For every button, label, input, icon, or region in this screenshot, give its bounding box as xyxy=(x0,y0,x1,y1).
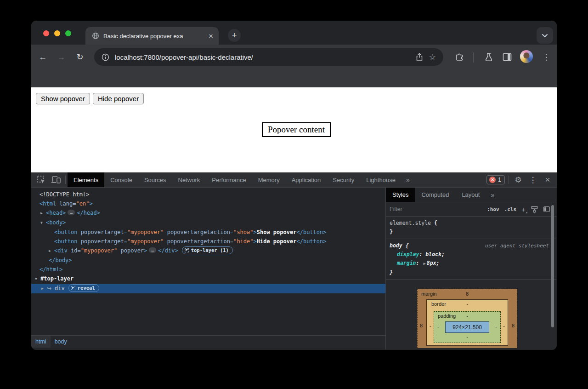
dom-tree-line[interactable]: </body> xyxy=(31,256,385,265)
dom-code-segment: > xyxy=(89,200,92,207)
styles-filter-input[interactable]: Filter xyxy=(390,206,482,212)
toggle-hover-state[interactable]: :hov xyxy=(487,206,499,212)
dom-tree-line[interactable]: ▼#top-layer xyxy=(31,274,385,284)
address-bar[interactable]: localhost:7800/popover-api/basic-declara… xyxy=(94,48,443,66)
tab-network[interactable]: Network xyxy=(172,172,206,187)
devtools-toolbar: ElementsConsoleSourcesNetworkPerformance… xyxy=(31,172,557,188)
back-button[interactable]: ← xyxy=(37,51,49,63)
dom-code-segment: "mypopover" xyxy=(81,247,117,254)
device-toolbar-icon[interactable] xyxy=(49,172,63,187)
dom-tree-line[interactable]: <html lang="en"> xyxy=(31,199,385,208)
expand-arrow-icon[interactable]: ▶ xyxy=(49,246,54,256)
box-model-padding[interactable]: padding - - - - 924×21.500 xyxy=(434,311,501,343)
page-content: Show popoverHide popover Popover content xyxy=(31,87,557,172)
tab-elements[interactable]: Elements xyxy=(68,172,104,187)
styles-tab-layout[interactable]: Layout xyxy=(455,188,486,202)
dom-tree-line[interactable]: <button popovertarget="mypopover" popove… xyxy=(31,228,385,237)
style-rule-body[interactable]: user agent stylesheet body { display: bl… xyxy=(386,239,556,280)
toggle-class[interactable]: .cls xyxy=(504,206,517,212)
inspect-mini-icon xyxy=(185,248,189,252)
collapse-arrow-icon[interactable]: ▼ xyxy=(35,275,40,284)
tab-sources[interactable]: Sources xyxy=(138,172,172,187)
styles-tab-computed[interactable]: Computed xyxy=(415,188,455,202)
expand-arrow-icon[interactable]: ▶ xyxy=(40,209,46,218)
collapsed-children-icon[interactable]: … xyxy=(68,210,75,215)
expand-arrow-icon[interactable]: ▶ xyxy=(41,284,47,293)
profile-avatar[interactable] xyxy=(520,50,533,63)
browser-toolbar: ← → ↻ localhost:7800/popover-api/basic-d… xyxy=(31,45,557,87)
devtools-panel: ElementsConsoleSourcesNetworkPerformance… xyxy=(31,172,557,350)
browser-tab[interactable]: Basic declarative popover exa × xyxy=(85,27,219,45)
rendering-brush-icon[interactable] xyxy=(531,206,538,213)
reload-button[interactable]: ↻ xyxy=(74,51,86,63)
url-text[interactable]: localhost:7800/popover-api/basic-declara… xyxy=(115,53,410,61)
breadcrumb-html[interactable]: html xyxy=(31,336,51,348)
tab-close-icon[interactable]: × xyxy=(209,32,213,40)
expand-property-icon[interactable]: ▶ xyxy=(423,261,425,266)
browser-menu-icon[interactable]: ⋮ xyxy=(540,51,552,63)
top-layer-badge[interactable]: top-layer (1) xyxy=(182,246,233,254)
new-tab-button[interactable]: + xyxy=(228,29,241,42)
dom-code-segment: popovertarget= xyxy=(78,238,127,245)
close-window-button[interactable] xyxy=(43,30,49,36)
styles-tab-bar: StylesComputedLayout» xyxy=(386,188,556,202)
css-property[interactable]: display: block; xyxy=(390,250,549,259)
box-model-border[interactable]: border - - - padding - - - - 924×21.500 xyxy=(426,299,508,346)
dom-tree-line[interactable]: </html> xyxy=(31,265,385,274)
tab-title: Basic declarative popover exa xyxy=(103,33,204,40)
popover-content: Popover content xyxy=(262,122,331,137)
dom-tree-line[interactable]: ▶↪divreveal xyxy=(31,284,385,293)
computed-sidebar-toggle-icon[interactable] xyxy=(543,206,550,212)
box-model-diagram[interactable]: margin 8 8 8 border - - - padding - xyxy=(417,289,517,348)
dom-code-segment: <div xyxy=(54,247,68,254)
devtools-settings-icon[interactable]: ⚙ xyxy=(511,172,526,187)
tab-memory[interactable]: Memory xyxy=(252,172,286,187)
style-rule-element[interactable]: element.style { } xyxy=(386,217,556,239)
tab-application[interactable]: Application xyxy=(286,172,327,187)
hide-popover-button[interactable]: Hide popover xyxy=(93,93,144,104)
tab-console[interactable]: Console xyxy=(104,172,138,187)
side-panel-icon[interactable] xyxy=(501,51,513,63)
styles-tab-styles[interactable]: Styles xyxy=(386,188,415,202)
maximize-window-button[interactable] xyxy=(65,30,71,36)
dom-tree-line[interactable]: ▶<div id="mypopover" popover>…</div>top-… xyxy=(31,246,385,256)
forward-button[interactable]: → xyxy=(55,51,67,63)
minimize-window-button[interactable] xyxy=(54,30,60,36)
css-property[interactable]: margin: ▶8px; xyxy=(390,259,549,268)
elements-tree-pane: <!DOCTYPE html><html lang="en">▶<head>…<… xyxy=(31,188,385,349)
devtools-close-icon[interactable]: × xyxy=(540,172,555,187)
dom-tree-line[interactable]: ▶<head>…</head> xyxy=(31,208,385,218)
more-styles-tabs-icon[interactable]: » xyxy=(486,188,499,202)
collapsed-children-icon[interactable]: … xyxy=(149,247,156,253)
tab-search-button[interactable] xyxy=(537,27,553,44)
show-popover-button[interactable]: Show popover xyxy=(36,93,90,104)
share-icon[interactable] xyxy=(415,52,424,62)
stylesheet-origin: user agent stylesheet xyxy=(485,241,549,250)
inspect-element-icon[interactable] xyxy=(34,172,49,187)
dom-tree-line[interactable]: <!DOCTYPE html> xyxy=(31,190,385,199)
tab-performance[interactable]: Performance xyxy=(206,172,252,187)
tab-security[interactable]: Security xyxy=(327,172,360,187)
collapse-arrow-icon[interactable]: ▼ xyxy=(40,218,46,228)
reveal-badge[interactable]: reveal xyxy=(68,284,99,292)
site-info-icon[interactable] xyxy=(102,53,109,61)
error-icon: ✕ xyxy=(489,177,496,183)
tab-lighthouse[interactable]: Lighthouse xyxy=(360,172,401,187)
breadcrumb-body[interactable]: body xyxy=(51,336,71,348)
experiments-flask-icon[interactable] xyxy=(483,51,495,63)
bookmark-star-icon[interactable]: ☆ xyxy=(429,52,436,62)
dom-code-segment: </head> xyxy=(77,210,100,216)
new-style-rule-icon[interactable]: + xyxy=(521,206,526,213)
more-panels-icon[interactable]: » xyxy=(401,172,414,187)
dom-code-segment: </div> xyxy=(158,247,178,254)
box-model-margin[interactable]: margin 8 8 8 border - - - padding - xyxy=(417,289,517,348)
box-model-content[interactable]: 924×21.500 xyxy=(445,321,489,333)
console-error-badge[interactable]: ✕ 1 xyxy=(486,175,505,184)
dom-code-segment: "en" xyxy=(76,200,89,207)
devtools-menu-icon[interactable]: ⋮ xyxy=(526,172,540,187)
sidebar-scrollbar[interactable] xyxy=(551,205,554,327)
extensions-icon[interactable] xyxy=(454,51,466,63)
dom-tree-line[interactable]: ▼<body> xyxy=(31,218,385,228)
dom-code-segment: "mypopover" xyxy=(127,229,164,235)
dom-tree-line[interactable]: <button popovertarget="mypopover" popove… xyxy=(31,237,385,246)
